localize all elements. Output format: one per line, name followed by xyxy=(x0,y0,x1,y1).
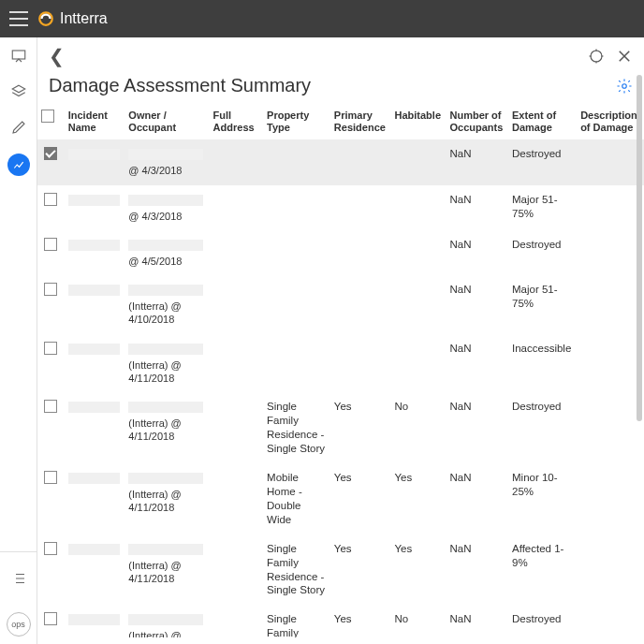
row-checkbox[interactable] xyxy=(44,471,57,484)
cell-incident xyxy=(65,185,125,230)
back-icon[interactable]: ❮ xyxy=(49,45,65,67)
col-incident[interactable]: Incident Name xyxy=(65,104,125,139)
cell-address xyxy=(210,334,263,393)
table-row[interactable]: (Intterra) @ 4/11/2018Single Family Resi… xyxy=(37,534,644,606)
cell-extent: Major 51-75% xyxy=(508,275,577,334)
analytics-icon[interactable] xyxy=(7,154,30,176)
row-checkbox[interactable] xyxy=(44,193,57,206)
col-extent[interactable]: Extent of Damage xyxy=(508,104,577,139)
cell-property xyxy=(263,230,330,275)
col-property[interactable]: Property Type xyxy=(263,104,330,139)
cell-property xyxy=(263,275,330,334)
cell-occupants: NaN xyxy=(446,334,509,393)
pencil-icon[interactable] xyxy=(9,118,28,137)
col-primary[interactable]: Primary Residence xyxy=(330,104,391,139)
cell-description xyxy=(577,275,644,334)
table-row[interactable]: @ 4/3/2018NaNMajor 51-75% xyxy=(37,185,644,230)
select-all-checkbox[interactable] xyxy=(41,110,54,123)
row-checkbox[interactable] xyxy=(44,342,57,355)
scrollbar-thumb[interactable] xyxy=(637,75,642,421)
page-title: Damage Assessment Summary xyxy=(49,75,311,96)
list-icon[interactable] xyxy=(9,569,28,588)
cell-description xyxy=(577,463,644,534)
table-row[interactable]: (Intterra) @ 4/11/2018Single Family Resi… xyxy=(37,605,644,637)
cell-primary: Yes xyxy=(330,534,391,606)
cell-incident xyxy=(65,392,125,463)
ops-badge[interactable]: ops xyxy=(7,612,31,637)
cell-occupants: NaN xyxy=(446,463,509,534)
table-row[interactable]: (Intterra) @ 4/11/2018Single Family Resi… xyxy=(37,392,644,463)
brand: Intterra xyxy=(37,10,108,27)
close-icon[interactable] xyxy=(616,48,633,65)
menu-icon[interactable] xyxy=(9,11,28,26)
sidebar: ops xyxy=(0,37,37,644)
cell-owner: (Intterra) @ 4/11/2018 xyxy=(124,463,209,534)
cell-address xyxy=(210,605,263,637)
cell-extent: Affected 1-9% xyxy=(508,534,577,606)
cell-incident xyxy=(65,275,125,334)
cell-owner: (Intterra) @ 4/11/2018 xyxy=(124,605,209,637)
cell-address xyxy=(210,275,263,334)
cell-occupants: NaN xyxy=(446,230,509,275)
cell-incident xyxy=(65,139,125,184)
cell-property: Single Family Residence - Multi Story xyxy=(263,605,330,637)
cell-address xyxy=(210,185,263,230)
col-habitable[interactable]: Habitable xyxy=(391,104,446,139)
row-checkbox[interactable] xyxy=(44,612,57,625)
svg-rect-1 xyxy=(12,51,25,59)
table-row[interactable]: (Intterra) @ 4/11/2018NaNInaccessible xyxy=(37,334,644,393)
cell-description xyxy=(577,230,644,275)
cell-habitable xyxy=(391,139,446,184)
table-row[interactable]: @ 4/3/2018NaNDestroyed xyxy=(37,139,644,184)
svg-point-2 xyxy=(591,51,602,62)
cell-description xyxy=(577,392,644,463)
table-row[interactable]: (Intterra) @ 4/10/2018NaNMajor 51-75% xyxy=(37,275,644,334)
cell-primary xyxy=(330,334,391,393)
row-checkbox[interactable] xyxy=(44,283,57,296)
cell-extent: Destroyed xyxy=(508,392,577,463)
cell-owner: @ 4/3/2018 xyxy=(124,139,209,184)
cell-owner: @ 4/5/2018 xyxy=(124,230,209,275)
cell-primary xyxy=(330,230,391,275)
cell-incident xyxy=(65,463,125,534)
cell-owner: (Intterra) @ 4/10/2018 xyxy=(124,275,209,334)
row-checkbox[interactable] xyxy=(44,147,57,160)
cell-incident xyxy=(65,534,125,606)
cell-extent: Destroyed xyxy=(508,230,577,275)
cell-occupants: NaN xyxy=(446,275,509,334)
cell-incident xyxy=(65,334,125,393)
target-icon[interactable] xyxy=(588,48,605,65)
col-occupants[interactable]: Number of Occupants xyxy=(446,104,509,139)
col-owner[interactable]: Owner / Occupant xyxy=(124,104,209,139)
cell-occupants: NaN xyxy=(446,605,509,637)
cell-description xyxy=(577,185,644,230)
cell-primary: Yes xyxy=(330,392,391,463)
layers-icon[interactable] xyxy=(9,82,28,101)
col-description[interactable]: Description of Damage xyxy=(577,104,644,139)
cell-incident xyxy=(65,605,125,637)
assessment-table: Incident Name Owner / Occupant Full Addr… xyxy=(37,104,644,637)
gear-icon[interactable] xyxy=(616,78,633,95)
table-row[interactable]: (Intterra) @ 4/11/2018Mobile Home - Doub… xyxy=(37,463,644,534)
cell-property xyxy=(263,185,330,230)
row-checkbox[interactable] xyxy=(44,238,57,251)
row-checkbox[interactable] xyxy=(44,400,57,413)
cell-habitable: No xyxy=(391,605,446,637)
cell-property xyxy=(263,334,330,393)
col-address[interactable]: Full Address xyxy=(210,104,263,139)
cell-occupants: NaN xyxy=(446,392,509,463)
cell-address xyxy=(210,392,263,463)
cell-habitable: Yes xyxy=(391,463,446,534)
cell-extent: Destroyed xyxy=(508,605,577,637)
cell-property: Mobile Home - Double Wide xyxy=(263,463,330,534)
cell-address xyxy=(210,463,263,534)
svg-point-3 xyxy=(622,83,627,88)
cell-property: Single Family Residence - Single Story xyxy=(263,392,330,463)
cell-habitable: No xyxy=(391,392,446,463)
table-row[interactable]: @ 4/5/2018NaNDestroyed xyxy=(37,230,644,275)
cell-owner: (Intterra) @ 4/11/2018 xyxy=(124,392,209,463)
presentation-icon[interactable] xyxy=(9,47,28,66)
cell-occupants: NaN xyxy=(446,534,509,606)
cell-owner: @ 4/3/2018 xyxy=(124,185,209,230)
row-checkbox[interactable] xyxy=(44,542,57,555)
